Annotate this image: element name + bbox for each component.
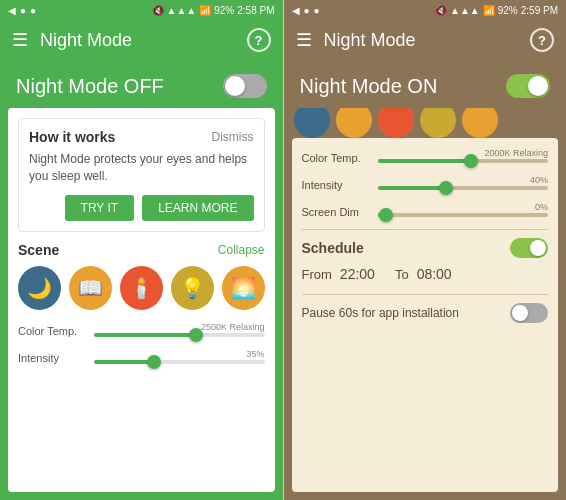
right-circle1: ● [304,5,310,16]
right-battery: 92% [498,5,518,16]
left-toolbar-title: Night Mode [40,30,247,51]
left-color-temp-track[interactable] [94,333,265,337]
right-content: Color Temp. 2000K Relaxing Intensity 40% [292,138,559,492]
left-color-temp-slider[interactable]: 2500K Relaxing [94,322,265,341]
schedule-toggle[interactable] [510,238,548,258]
right-toolbar: ☰ Night Mode ? [284,20,567,60]
left-color-temp-group: Color Temp. 2500K Relaxing [18,322,265,341]
left-intensity-row: Intensity 35% [18,349,265,368]
right-color-temp-slider[interactable]: 2000K Relaxing [378,148,549,167]
right-color-temp-label: Color Temp. [302,152,372,164]
pause-label: Pause 60s for app installation [302,306,459,320]
left-wifi-icon: 📶 [199,5,211,16]
pause-toggle-knob [512,305,528,321]
scene-title: Scene [18,242,59,258]
left-help-icon: ? [255,33,263,48]
right-color-temp-track[interactable] [378,159,549,163]
right-color-temp-thumb[interactable] [464,154,478,168]
right-status-bar: ◀ ● ● 🔇 ▲▲▲ 📶 92% 2:59 PM [284,0,567,20]
schedule-header: Schedule [302,238,549,258]
right-screen-dim-track[interactable] [378,213,549,217]
right-night-mode-toggle[interactable] [506,74,550,98]
right-intensity-fill [378,186,446,190]
left-intensity-fill [94,360,154,364]
right-intensity-track[interactable] [378,186,549,190]
right-color-temp-group: Color Temp. 2000K Relaxing [302,148,549,167]
left-intensity-track[interactable] [94,360,265,364]
scene-reading[interactable]: 📖 [69,266,112,310]
try-it-button[interactable]: Try It [65,195,135,221]
scene-moon[interactable]: 🌙 [18,266,61,310]
dismiss-button[interactable]: Dismiss [212,130,254,144]
schedule-title: Schedule [302,240,364,256]
right-scene-3[interactable] [378,108,414,138]
scene-lamp[interactable]: 💡 [171,266,214,310]
right-screen-dim-hint: 0% [378,202,549,212]
right-scene-1[interactable] [294,108,330,138]
right-status-left: ◀ ● ● [292,5,320,16]
right-toggle-knob [528,76,548,96]
schedule-from-value[interactable]: 22:00 [340,266,375,282]
left-intensity-label: Intensity [18,352,88,364]
left-color-temp-fill [94,333,196,337]
learn-more-button[interactable]: Learn More [142,195,253,221]
left-signal-icon: ▲▲▲ [167,5,197,16]
right-mode-label: Night Mode ON [300,75,495,98]
left-color-temp-thumb[interactable] [189,328,203,342]
left-color-temp-hint: 2500K Relaxing [94,322,265,332]
right-color-temp-fill [378,159,472,163]
schedule-from-label: From [302,267,332,282]
right-screen-dim-thumb[interactable] [379,208,393,222]
right-screen-dim-group: Screen Dim 0% [302,202,549,221]
left-toggle-knob [225,76,245,96]
right-wifi-icon: 📶 [483,5,495,16]
right-intensity-row: Intensity 40% [302,175,549,194]
right-signal-icon: ▲▲▲ [450,5,480,16]
how-header: How it works Dismiss [29,129,254,145]
left-time: 2:58 PM [237,5,274,16]
right-intensity-thumb[interactable] [439,181,453,195]
left-silent-icon: 🔇 [152,5,164,16]
right-screen-dim-slider[interactable]: 0% [378,202,549,221]
right-color-temp-hint: 2000K Relaxing [378,148,549,158]
scene-icons: 🌙 📖 🕯️ 💡 🌅 [18,266,265,310]
right-scene-2[interactable] [336,108,372,138]
right-menu-icon[interactable]: ☰ [296,29,312,51]
scene-sunrise[interactable]: 🌅 [222,266,265,310]
schedule-times: From 22:00 To 08:00 [302,266,549,282]
left-back-icon: ◀ [8,5,16,16]
left-status-right: 🔇 ▲▲▲ 📶 92% 2:58 PM [152,5,275,16]
left-night-mode-toggle[interactable] [223,74,267,98]
right-scene-5[interactable] [462,108,498,138]
how-title: How it works [29,129,115,145]
left-menu-icon[interactable]: ☰ [12,29,28,51]
right-status-right: 🔇 ▲▲▲ 📶 92% 2:59 PM [435,5,558,16]
right-screen-dim-label: Screen Dim [302,206,372,218]
right-mode-row: Night Mode ON [284,60,567,108]
right-color-temp-row: Color Temp. 2000K Relaxing [302,148,549,167]
right-intensity-hint: 40% [378,175,549,185]
right-help-icon: ? [538,33,546,48]
left-color-temp-row: Color Temp. 2500K Relaxing [18,322,265,341]
pause-row: Pause 60s for app installation [302,294,549,331]
right-help-button[interactable]: ? [530,28,554,52]
schedule-to-label: To [395,267,409,282]
schedule-section: Schedule From 22:00 To 08:00 [302,229,549,290]
pause-toggle[interactable] [510,303,548,323]
left-mode-row: Night Mode OFF [0,60,283,108]
collapse-button[interactable]: Collapse [218,243,265,257]
left-intensity-hint: 35% [94,349,265,359]
right-circle2: ● [314,5,320,16]
scene-candle[interactable]: 🕯️ [120,266,163,310]
right-intensity-slider[interactable]: 40% [378,175,549,194]
left-status-left: ◀ ● ● [8,5,36,16]
schedule-to-value[interactable]: 08:00 [417,266,452,282]
left-intensity-slider[interactable]: 35% [94,349,265,368]
right-toolbar-title: Night Mode [324,30,531,51]
left-battery: 92% [214,5,234,16]
right-scene-4[interactable] [420,108,456,138]
how-it-works-card: How it works Dismiss Night Mode protects… [18,118,265,232]
left-help-button[interactable]: ? [247,28,271,52]
left-circle2: ● [30,5,36,16]
left-intensity-thumb[interactable] [147,355,161,369]
